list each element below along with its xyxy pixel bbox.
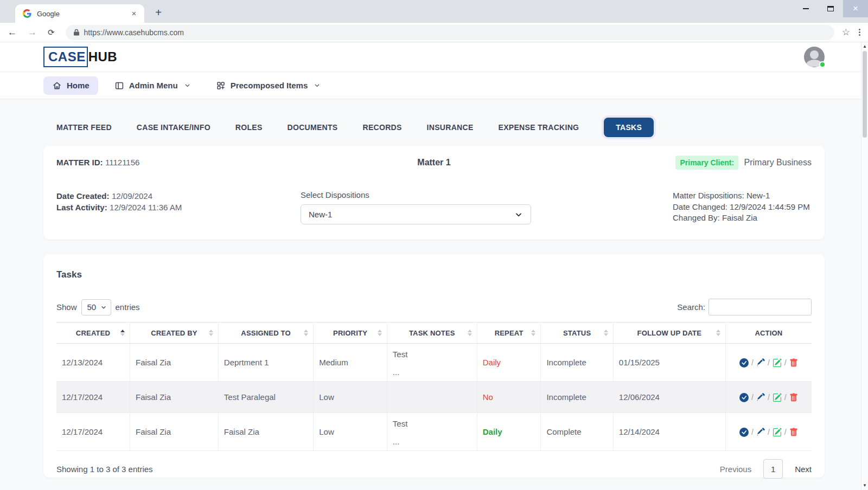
column-header-created[interactable]: CREATED (56, 323, 130, 344)
action-separator: / (751, 393, 754, 402)
action-separator: / (768, 393, 770, 402)
google-logo-icon (23, 9, 31, 18)
tab-close-icon[interactable]: × (129, 9, 139, 18)
window-close-button[interactable]: × (843, 0, 868, 17)
table-row: 12/17/2024 Faisal Zia Faisal Zia Low Tes… (56, 413, 812, 451)
logo-secondary-text: HUB (88, 49, 118, 65)
nav-item-admin-menu[interactable]: Admin Menu (106, 76, 200, 95)
sort-icon (209, 330, 213, 336)
repeat-cell: Daily (477, 344, 541, 382)
sort-icon (120, 330, 125, 336)
tab-case-intake-info[interactable]: CASE INTAKE/INFO (137, 123, 210, 132)
tasks-title: Tasks (56, 269, 812, 280)
complete-task-button[interactable] (739, 428, 749, 437)
edit-notes-button[interactable] (773, 393, 782, 402)
check-circle-icon (739, 428, 749, 437)
last-activity-value: 12/9/2024 11:36 AM (110, 203, 182, 212)
window-minimize-button[interactable] (793, 0, 818, 17)
complete-task-button[interactable] (739, 358, 749, 368)
user-avatar[interactable] (804, 47, 825, 67)
complete-task-button[interactable] (739, 393, 749, 402)
edit-notes-button[interactable] (773, 428, 782, 437)
column-header-created-by[interactable]: CREATED BY (130, 323, 219, 344)
tab-documents[interactable]: DOCUMENTS (288, 123, 338, 132)
next-page-button[interactable]: Next (795, 465, 812, 474)
changed-by-info: Changed By: Faisal Zia (673, 212, 812, 224)
edit-task-button[interactable] (756, 358, 765, 367)
lock-icon (73, 29, 80, 36)
tab-roles[interactable]: ROLES (235, 123, 263, 132)
action-cell: /// (725, 344, 812, 382)
page-scrollbar[interactable]: ▲ ▼ (861, 42, 868, 490)
action-separator: / (751, 358, 754, 367)
action-cell: /// (725, 413, 812, 451)
nav-item-precomposed-items[interactable]: Precomposed Items (207, 76, 330, 95)
scrollbar-thumb[interactable] (863, 51, 867, 138)
assigned-to-cell: Faisal Zia (218, 413, 313, 451)
entries-label: entries (116, 302, 140, 312)
pencil-square-icon (773, 428, 782, 437)
matter-info-card: MATTER ID: 11121156 Matter 1 Primary Cli… (43, 146, 825, 240)
tab-tasks[interactable]: TASKS (604, 118, 654, 137)
grid-plus-icon (216, 81, 226, 91)
priority-cell: Medium (314, 344, 387, 382)
page-size-select[interactable]: 50 (81, 299, 111, 315)
column-header-task-notes[interactable]: TASK NOTES (387, 323, 477, 344)
browser-forward-button[interactable]: → (28, 27, 37, 38)
page-size-value: 50 (87, 302, 100, 312)
action-separator: / (768, 428, 770, 436)
table-row: 12/13/2024 Faisal Zia Deprtment 1 Medium… (56, 344, 812, 382)
scroll-up-icon[interactable]: ▲ (861, 43, 868, 50)
pencil-icon (756, 358, 765, 367)
search-input[interactable] (709, 299, 812, 315)
minimize-icon (803, 8, 809, 9)
window-maximize-button[interactable] (818, 0, 843, 17)
previous-page-button[interactable]: Previous (720, 465, 751, 474)
edit-task-button[interactable] (756, 393, 765, 402)
page-number-button[interactable]: 1 (763, 459, 783, 479)
column-header-follow-up-date[interactable]: FOLLOW UP DATE (613, 323, 725, 344)
delete-task-button[interactable] (789, 358, 798, 368)
browser-reload-button[interactable]: ⟳ (48, 28, 55, 37)
tab-records[interactable]: RECORDS (362, 123, 401, 132)
check-circle-icon (739, 393, 749, 402)
matter-id-label: MATTER ID: (56, 158, 103, 167)
nav-home-label: Home (67, 81, 90, 90)
column-header-priority[interactable]: PRIORITY (314, 323, 387, 344)
action-separator: / (768, 358, 770, 367)
column-header-assigned-to[interactable]: ASSIGNED TO (218, 323, 313, 344)
browser-back-button[interactable]: ← (8, 27, 17, 38)
status-cell: Incomplete (541, 344, 613, 382)
browser-menu-icon[interactable] (859, 29, 860, 36)
browser-tab[interactable]: Google × (15, 4, 144, 23)
tab-matter-feed[interactable]: MATTER FEED (56, 123, 112, 132)
bookmark-star-icon[interactable]: ☆ (842, 27, 850, 38)
casehub-logo[interactable]: CASEHUB (43, 47, 117, 67)
follow-up-date-cell: 12/14/2024 (613, 413, 725, 451)
edit-task-button[interactable] (756, 428, 765, 436)
trash-icon (789, 428, 798, 437)
delete-task-button[interactable] (789, 428, 798, 437)
tab-insurance[interactable]: INSURANCE (427, 123, 474, 132)
search-label: Search: (677, 302, 705, 312)
repeat-cell: No (477, 382, 541, 413)
address-bar[interactable]: https://www.casehubcms.com (66, 25, 834, 40)
scroll-down-icon[interactable]: ▼ (861, 482, 868, 489)
delete-task-button[interactable] (789, 393, 798, 402)
action-cell: /// (725, 382, 812, 413)
chevron-down-icon (184, 82, 191, 89)
dispositions-select[interactable]: New-1 (301, 204, 531, 224)
sort-icon (304, 330, 308, 336)
column-header-repeat[interactable]: REPEAT (477, 323, 541, 344)
chevron-down-icon (514, 210, 523, 219)
maximize-icon (827, 6, 834, 11)
nav-item-home[interactable]: Home (43, 76, 98, 95)
new-tab-button[interactable]: + (152, 7, 165, 20)
sort-icon (716, 330, 720, 336)
tab-expense-tracking[interactable]: EXPENSE TRACKING (499, 123, 579, 132)
edit-notes-button[interactable] (773, 358, 782, 368)
browser-tab-strip: Google × + × (0, 0, 868, 23)
column-header-status[interactable]: STATUS (541, 323, 613, 344)
status-cell: Incomplete (541, 382, 613, 413)
online-status-dot (819, 61, 826, 68)
